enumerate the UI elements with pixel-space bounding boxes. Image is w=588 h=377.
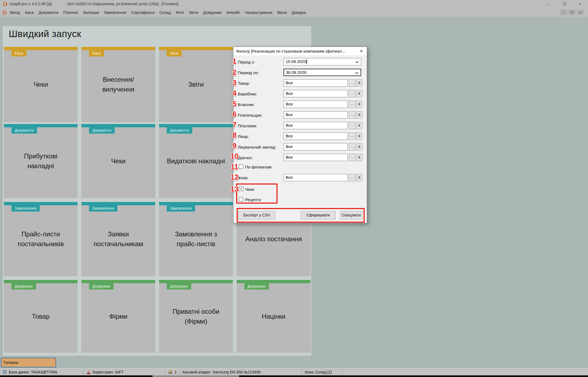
- combo-value: 15.09.2020: [286, 59, 306, 64]
- chevron-down-icon[interactable]: [355, 60, 358, 63]
- tile-category-bar: [81, 202, 155, 205]
- combo-период-по-[interactable]: 30.09.2020: [284, 69, 361, 76]
- tile-видаткові-накладні[interactable]: ДокументиВидаткові накладні: [159, 124, 233, 198]
- tile-label: Заявки постачальникам: [89, 229, 148, 249]
- clear-button[interactable]: X: [356, 101, 362, 108]
- input-філія-[interactable]: Все: [284, 174, 348, 181]
- status-section-5: Зона: Склад [1]: [302, 369, 343, 375]
- cancel-button[interactable]: Скасувати: [340, 211, 362, 219]
- tile-прайс-листи-постачальників[interactable]: ЗамовленняПрайс-листи постачальників: [4, 202, 78, 276]
- menu-item-8[interactable]: Склад: [159, 10, 171, 15]
- menu-item-2[interactable]: Каса: [25, 10, 34, 15]
- app-logo-icon: [3, 2, 7, 6]
- tile-замовлення-з-прайс-листів[interactable]: ЗамовленняЗамовлення з прайс-листів: [159, 202, 233, 276]
- mdi-close-icon[interactable]: ×: [577, 10, 584, 15]
- ellipsis-lookup-button[interactable]: ...: [349, 90, 355, 97]
- field-label: Плательщик:: [238, 113, 262, 117]
- input-власник-[interactable]: Все: [284, 101, 348, 108]
- tile-приватні-особи-фірми-[interactable]: ДовідникиПриватні особи (Фірми): [159, 280, 233, 353]
- tile-category-tag: Документи: [167, 127, 192, 134]
- export-csv-button[interactable]: Експорт у CSV: [238, 211, 275, 219]
- clear-button[interactable]: X: [356, 79, 362, 87]
- tile-label: Фірми: [109, 312, 127, 321]
- menu-item-7[interactable]: Сертифікати: [131, 10, 154, 15]
- tile-чеки[interactable]: ДокументиЧеки: [81, 124, 155, 198]
- status-section-2: Користувач: GIFT: [84, 369, 166, 375]
- clear-button[interactable]: X: [356, 111, 362, 119]
- generate-button[interactable]: Сформувати: [301, 211, 336, 219]
- input-лікувальний-заклад-[interactable]: Все: [284, 143, 348, 150]
- ellipsis-lookup-button[interactable]: ...: [349, 174, 355, 181]
- minimize-icon[interactable]: –: [548, 2, 550, 6]
- chevron-down-icon[interactable]: [355, 71, 358, 74]
- tile-товар[interactable]: ДовідникиТовар: [4, 280, 78, 353]
- clear-button[interactable]: X: [356, 143, 362, 150]
- tile-чеки[interactable]: КасаЧеки: [4, 47, 78, 122]
- annotation-number-8: 8: [230, 131, 239, 140]
- clear-button[interactable]: X: [356, 122, 362, 129]
- mdi-restore-icon[interactable]: [568, 10, 576, 15]
- text-caret: [306, 59, 307, 64]
- ellipsis-lookup-button[interactable]: ...: [349, 143, 355, 150]
- input-лікар-[interactable]: Все: [284, 132, 348, 140]
- ellipsis-lookup-button[interactable]: ...: [349, 154, 355, 161]
- combo-value: 30.09.2020: [286, 70, 306, 75]
- dialog-title: Фильтр [Реализация по страховым компания…: [236, 49, 356, 53]
- close-icon[interactable]: ×: [579, 2, 581, 6]
- restore-icon[interactable]: [563, 2, 566, 6]
- tile-внесення-вилучення[interactable]: КасаВнесення/вилучення: [81, 47, 155, 122]
- menu-item-12[interactable]: eHealth: [227, 10, 240, 15]
- input-товар-[interactable]: Все: [284, 79, 348, 87]
- field-label: Пільговик:: [238, 123, 257, 128]
- tile-category-bar: [81, 124, 155, 127]
- menu-item-5[interactable]: Залишки: [83, 10, 99, 15]
- status-text: База даних: TASA3@TITAN: [9, 370, 57, 374]
- tab-home[interactable]: Головна: [1, 358, 56, 367]
- menu-item-6[interactable]: Замовлення: [104, 10, 126, 15]
- status-section-3: 1: [166, 369, 180, 375]
- checkbox-по-филиалам[interactable]: [239, 164, 243, 169]
- tile-category-bar: [159, 124, 233, 127]
- tile-фірми[interactable]: ДовідникиФірми: [81, 280, 155, 353]
- menu-item-11[interactable]: Довідники: [203, 10, 222, 15]
- user-icon: [87, 370, 91, 374]
- tile-націнки[interactable]: ДовідникиНацінки: [237, 280, 310, 353]
- input-діагноз-[interactable]: Все: [284, 154, 348, 161]
- ellipsis-lookup-button[interactable]: ...: [349, 122, 355, 129]
- menu-item-10[interactable]: Звіти: [189, 10, 198, 15]
- annotation-number-13: 13: [230, 185, 239, 194]
- menu-item-3[interactable]: Документи: [39, 10, 58, 15]
- combo-період-з-[interactable]: 15.09.2020: [284, 58, 361, 65]
- input-плательщик-[interactable]: Все: [284, 111, 348, 119]
- menu-item-15[interactable]: Довідка: [292, 10, 306, 15]
- menu-item-9[interactable]: Філії: [176, 10, 184, 15]
- input-пільговик-[interactable]: Все: [284, 122, 348, 129]
- ellipsis-lookup-button[interactable]: ...: [349, 132, 355, 140]
- ellipsis-lookup-button[interactable]: ...: [349, 111, 355, 119]
- menu-item-13[interactable]: Налаштування: [245, 10, 272, 15]
- tile-label: Видаткові накладні: [167, 156, 225, 166]
- tile-прибуткові-накладні[interactable]: ДокументиПрибуткові накладні: [4, 124, 78, 198]
- clear-button[interactable]: X: [356, 174, 362, 181]
- menu-item-4[interactable]: Платежі: [63, 10, 78, 15]
- tile-category-tag: Довідники: [11, 283, 36, 289]
- tile-category-tag: Каса: [167, 50, 182, 56]
- tile-category-tag: Замовлення: [11, 205, 40, 212]
- annotation-number-4: 4: [230, 89, 239, 98]
- mdi-minimize-icon[interactable]: –: [560, 10, 567, 15]
- input-виробник-[interactable]: Все: [284, 90, 348, 97]
- menu-item-1[interactable]: Вихід: [10, 10, 20, 15]
- tile-category-bar: [4, 280, 78, 283]
- dialog-close-icon[interactable]: ×: [356, 47, 367, 55]
- ellipsis-lookup-button[interactable]: ...: [349, 101, 355, 108]
- menu-item-14[interactable]: Вікна: [277, 10, 287, 15]
- tile-звіти[interactable]: КасаЗвіти: [159, 47, 233, 122]
- clear-button[interactable]: X: [356, 132, 362, 140]
- clear-button[interactable]: X: [356, 90, 362, 97]
- tile-category-tag: Довідники: [167, 283, 191, 289]
- clear-button[interactable]: X: [356, 154, 362, 161]
- annotation-number-9: 9: [230, 142, 239, 150]
- tile-category-bar: [81, 280, 155, 283]
- ellipsis-lookup-button[interactable]: ...: [349, 79, 355, 87]
- tile-заявки-постачальникам[interactable]: ЗамовленняЗаявки постачальникам: [81, 202, 155, 276]
